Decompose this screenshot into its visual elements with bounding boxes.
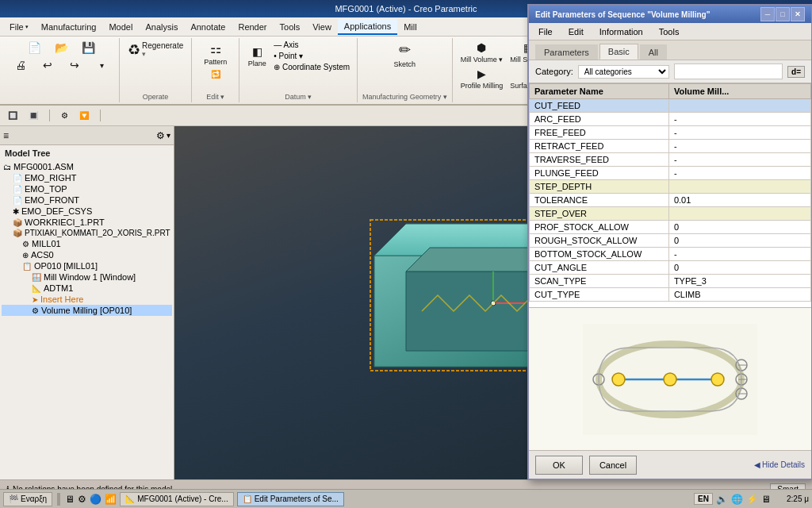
ribbon-coord[interactable]: ⊕ Coordinate System <box>271 62 352 72</box>
dlg-menu-edit[interactable]: Edit <box>562 25 590 38</box>
table-row-plunge-feed[interactable]: PLUNGE_FEED - <box>530 167 811 180</box>
ribbon-regenerate[interactable]: ♻ Regenerate ▾ <box>124 40 186 60</box>
table-row-step-depth[interactable]: STEP_DEPTH <box>530 180 811 194</box>
tree-item-emo-top[interactable]: 📄 EMO_TOP <box>2 183 172 194</box>
hide-details-button[interactable]: ◀ Hide Details <box>754 460 805 469</box>
ribbon-plane[interactable]: ◧ Plane <box>244 44 270 69</box>
menu-view[interactable]: View <box>306 20 338 34</box>
table-row-cut-type[interactable]: CUT_TYPE CLIMB <box>530 288 811 302</box>
ribbon-more[interactable]: ▾ <box>89 60 114 71</box>
menu-render[interactable]: Render <box>232 20 273 34</box>
ribbon-point[interactable]: • Point ▾ <box>271 51 352 61</box>
cancel-button[interactable]: Cancel <box>589 456 637 475</box>
tree-item-mill01[interactable]: ⚙ MILL01 <box>2 238 172 249</box>
table-row-step-over[interactable]: STEP_OVER <box>530 207 811 221</box>
table-row-bottom-stock[interactable]: BOTTOM_STOCK_ALLOW - <box>530 248 811 261</box>
menu-manufacturing[interactable]: Manufacturing <box>35 20 103 34</box>
table-row-retract-feed[interactable]: RETRACT_FEED - <box>530 140 811 153</box>
table-row-scan-type[interactable]: SCAN_TYPE TYPE_3 <box>530 275 811 288</box>
table-row-traverse-feed[interactable]: TRAVERSE_FEED - <box>530 153 811 167</box>
tray-icon1[interactable]: 🖥 <box>65 494 75 505</box>
menu-tools[interactable]: Tools <box>274 20 307 34</box>
tree-item-acs0[interactable]: ⊕ ACS0 <box>2 249 172 260</box>
dlg-menu-file[interactable]: File <box>532 25 559 38</box>
tray-icon2[interactable]: ⚙ <box>78 494 86 505</box>
cut-feed-input[interactable] <box>674 101 806 110</box>
menu-mill[interactable]: Mill <box>397 20 423 34</box>
step-over-input[interactable] <box>674 209 806 218</box>
menu-file[interactable]: File ▾ <box>3 20 35 34</box>
start-icon: 🏁 <box>9 495 18 503</box>
table-row-free-feed[interactable]: FREE_FEED - <box>530 126 811 140</box>
tree-area: 🗂 MFG0001.ASM 📄 EMO_RIGHT 📄 EMO_TOP 📄 E <box>0 160 174 479</box>
dialog-minimize[interactable]: ─ <box>760 7 775 21</box>
tray-speaker[interactable]: 🔊 <box>716 494 728 505</box>
tree-item-adtm1[interactable]: 📐 ADTM1 <box>2 283 172 294</box>
taskbar-edit-params[interactable]: 📋 Edit Parameters of Se... <box>237 492 344 506</box>
ribbon-axis[interactable]: — Axis <box>271 40 352 50</box>
d-equals-button[interactable]: d= <box>787 66 805 78</box>
tray-network[interactable]: 🌐 <box>731 494 743 505</box>
tree-item-emo-def-csys[interactable]: ✱ EMO_DEF_CSYS <box>2 206 172 217</box>
dlg-menu-tools[interactable]: Tools <box>653 25 686 38</box>
menu-annotate[interactable]: Annotate <box>184 20 232 34</box>
tree-item-mfg0001[interactable]: 🗂 MFG0001.ASM <box>2 161 172 172</box>
tree-item-emo-front[interactable]: 📄 EMO_FRONT <box>2 194 172 206</box>
table-row-rough-stock[interactable]: ROUGH_STOCK_ALLOW 0 <box>530 234 811 248</box>
table-row-cut-angle[interactable]: CUT_ANGLE 0 <box>530 261 811 275</box>
ribbon-pattern[interactable]: ⚏ Pattern <box>201 40 230 67</box>
tray-power[interactable]: ⚡ <box>746 494 758 505</box>
ribbon-mill-volume[interactable]: ⬢Mill Volume ▾ <box>458 40 507 65</box>
ribbon-redo[interactable]: ↪ <box>62 57 87 73</box>
taskbar-start[interactable]: 🏁 Εναρξη <box>3 492 52 506</box>
settings-icon[interactable]: ⚙ <box>156 130 165 141</box>
menu-applications[interactable]: Applications <box>338 19 397 35</box>
tree-item-workpiece[interactable]: 📦 WORKRIECI_1.PRT <box>2 217 172 228</box>
category-select[interactable]: All categories <box>578 65 669 79</box>
tray-monitor[interactable]: 🖥 <box>761 494 771 505</box>
tree-item-emo-right[interactable]: 📄 EMO_RIGHT <box>2 172 172 183</box>
dialog-restore[interactable]: □ <box>776 7 790 21</box>
dlg-menu-information[interactable]: Information <box>593 25 649 38</box>
file-menu-arrow: ▾ <box>25 24 29 30</box>
step-depth-input[interactable] <box>674 182 806 191</box>
taskbar-creo[interactable]: 📐 MFG0001 (Active) - Cre... <box>120 492 233 506</box>
tree-settings[interactable]: ⚙ <box>56 110 73 121</box>
tab-all[interactable]: All <box>640 44 667 60</box>
ribbon-profile-milling[interactable]: ▶Profile Milling <box>458 66 507 91</box>
panel-arrow[interactable]: ▾ <box>167 131 170 140</box>
ok-button[interactable]: OK <box>535 456 583 475</box>
tree-item-op010[interactable]: 📋 OP010 [MILL01] <box>2 260 172 271</box>
table-row-arc-feed[interactable]: ARC_FEED - <box>530 113 811 126</box>
toolbar-group-tree: ⚙ 🔽 <box>56 110 101 121</box>
ribbon-print[interactable]: 🖨 <box>8 57 33 73</box>
search-input[interactable] <box>674 64 783 79</box>
tray-icon3[interactable]: 🔵 <box>90 494 102 505</box>
sketch-label: Manufacturing Geometry ▾ <box>362 91 447 101</box>
tray-icon4[interactable]: 📶 <box>105 494 117 505</box>
ribbon-save[interactable]: 💾 <box>75 40 101 56</box>
tab-parameters[interactable]: Parameters <box>535 44 598 60</box>
tree-item-part[interactable]: 📦 PTIXIAKI_KOMMATI_2O_XORIS_R.PRT <box>2 228 172 238</box>
ribbon-open[interactable]: 📂 <box>48 40 74 56</box>
table-row-tolerance[interactable]: TOLERANCE 0.01 <box>530 194 811 207</box>
tab-basic[interactable]: Basic <box>599 44 638 60</box>
toolbar-icon2[interactable]: 🔳 <box>24 110 43 121</box>
tree-filter[interactable]: 🔽 <box>75 110 94 121</box>
dialog-close[interactable]: ✕ <box>791 7 805 21</box>
table-row-cut-feed[interactable]: CUT_FEED <box>530 99 811 113</box>
ribbon-mirror[interactable]: 🔁 <box>209 69 223 79</box>
expand-icon[interactable]: ≡ <box>3 130 9 141</box>
menu-analysis[interactable]: Analysis <box>139 20 184 34</box>
menu-model[interactable]: Model <box>102 20 139 34</box>
tree-item-volume-milling[interactable]: ⚙ Volume Milling [OP010] <box>2 305 172 316</box>
ribbon-sketch[interactable]: ✏ Sketch <box>391 40 419 70</box>
model-tree-panel: ≡ ⚙ ▾ Model Tree 🗂 MFG0001.ASM 📄 EMO_RIG… <box>0 126 174 479</box>
tree-item-mill-window[interactable]: 🪟 Mill Window 1 [Window] <box>2 271 172 283</box>
toolbar-icon1[interactable]: 🔲 <box>3 110 22 121</box>
col-param-name: Parameter Name <box>530 84 669 99</box>
table-row-prof-stock[interactable]: PROF_STOCK_ALLOW 0 <box>530 221 811 234</box>
ribbon-new[interactable]: 📄 <box>21 40 47 56</box>
tree-item-insert-here[interactable]: ➤ Insert Here <box>2 294 172 305</box>
ribbon-undo[interactable]: ↩ <box>35 57 60 73</box>
